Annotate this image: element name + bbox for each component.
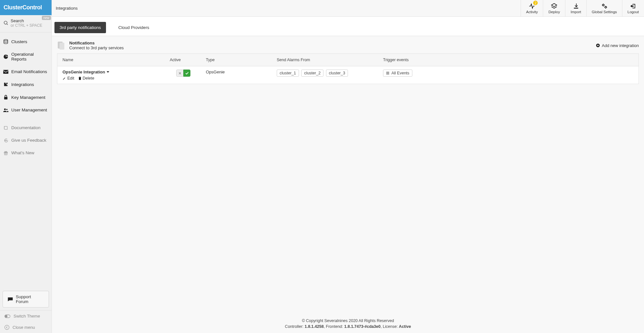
sidebar-item-docs[interactable]: Documentation <box>0 121 52 134</box>
clusters-cell: cluster_1 cluster_2 cluster_3 <box>277 70 383 77</box>
import-label: Import <box>571 10 581 14</box>
controller-label: Controller: <box>285 324 304 329</box>
caret-down-icon <box>107 71 109 73</box>
sidebar-item-users[interactable]: User Management <box>0 104 52 116</box>
sidebar-item-label: Email Notifications <box>11 69 47 74</box>
layers-icon <box>551 3 557 9</box>
logout-button[interactable]: Logout <box>622 0 644 16</box>
svg-rect-23 <box>79 77 81 80</box>
nav-list-secondary: Documentation Give us Feedback What's Ne… <box>0 119 52 162</box>
svg-point-6 <box>6 109 7 110</box>
sidebar-item-label: Give us Feedback <box>11 138 46 143</box>
global-settings-label: Global Settings <box>592 10 617 14</box>
topbar: Integrations 2 Activity Deploy Import Gl… <box>52 0 644 17</box>
svg-marker-16 <box>552 3 557 6</box>
license-status: Active <box>399 324 411 329</box>
svg-point-9 <box>6 140 7 140</box>
import-icon <box>573 3 579 9</box>
lock-icon <box>3 95 8 100</box>
sidebar-item-label: User Management <box>11 108 47 112</box>
search-label: Search <box>11 18 42 23</box>
toggle-off-button[interactable] <box>176 70 183 77</box>
support-forum-button[interactable]: Support Forum <box>3 291 49 308</box>
sidebar: ClusterControl new Search or CTRL + SPAC… <box>0 0 52 333</box>
svg-rect-21 <box>60 43 64 50</box>
col-from: Send Alarms From <box>277 58 383 62</box>
feedback-icon <box>3 138 8 143</box>
svg-rect-25 <box>79 77 80 77</box>
import-button[interactable]: Import <box>565 0 586 16</box>
sidebar-item-keys[interactable]: Key Management <box>0 91 52 104</box>
svg-rect-4 <box>4 97 7 100</box>
sidebar-item-reports[interactable]: Operational Reports <box>0 48 52 65</box>
content: Notifications Connect to 3rd party servi… <box>52 36 644 333</box>
tabs: 3rd party notifications Cloud Providers <box>52 17 644 36</box>
search-icon <box>3 18 8 25</box>
page-subtitle: Connect to 3rd party services <box>69 45 124 50</box>
sidebar-item-label: What's New <box>11 150 34 155</box>
nav-list: Clusters Operational Reports Email Notif… <box>0 33 52 119</box>
active-toggle[interactable] <box>176 70 190 77</box>
support-forum-label: Support Forum <box>16 294 44 304</box>
delete-button[interactable]: Delete <box>78 76 94 81</box>
deploy-button[interactable]: Deploy <box>543 0 565 16</box>
table-header: Name Active Type Send Alarms From Trigge… <box>57 54 639 66</box>
puzzle-icon <box>3 82 8 87</box>
trigger-events-button[interactable]: All Events <box>383 70 412 77</box>
frontend-version: 1.8.1.7473-#cda3e0 <box>344 324 381 329</box>
x-icon <box>178 72 181 75</box>
svg-point-8 <box>5 140 6 140</box>
search-section[interactable]: new Search or CTRL + SPACE <box>0 15 52 33</box>
brand-logo: ClusterControl <box>0 0 52 15</box>
col-active: Active <box>170 58 206 62</box>
plus-circle-icon <box>596 43 600 47</box>
table-row: OpsGenie Integration Edit Delete <box>57 66 639 84</box>
check-icon <box>185 72 189 75</box>
svg-point-15 <box>5 325 9 330</box>
users-icon <box>3 108 8 112</box>
toggle-on-button[interactable] <box>183 70 190 77</box>
col-name: Name <box>62 58 170 62</box>
svg-rect-17 <box>574 8 578 9</box>
breadcrumb: Integrations <box>52 0 82 16</box>
svg-line-1 <box>7 24 8 25</box>
tab-cloud-providers[interactable]: Cloud Providers <box>113 22 154 33</box>
sidebar-item-label: Key Management <box>11 95 45 100</box>
integration-name: OpsGenie Integration <box>62 70 105 74</box>
search-hint: or CTRL + SPACE <box>11 23 42 28</box>
cluster-chip: cluster_3 <box>326 70 348 77</box>
sidebar-item-feedback[interactable]: Give us Feedback <box>0 134 52 147</box>
svg-rect-3 <box>3 70 8 74</box>
edit-button[interactable]: Edit <box>62 76 74 81</box>
sidebar-item-email[interactable]: Email Notifications <box>0 65 52 78</box>
tab-3rd-party[interactable]: 3rd party notifications <box>54 22 106 33</box>
sidebar-item-clusters[interactable]: Clusters <box>0 35 52 48</box>
global-settings-button[interactable]: Global Settings <box>586 0 622 16</box>
notifications-icon <box>57 41 67 50</box>
integration-name-dropdown[interactable]: OpsGenie Integration <box>62 70 109 74</box>
activity-badge: 2 <box>533 1 538 5</box>
sidebar-item-label: Clusters <box>11 39 27 44</box>
chat-icon <box>7 297 13 302</box>
svg-rect-24 <box>79 77 81 77</box>
pencil-icon <box>62 77 66 80</box>
book-icon <box>3 126 8 130</box>
sidebar-item-whatsnew[interactable]: What's New <box>0 147 52 159</box>
trash-icon <box>78 77 82 80</box>
switch-theme-button[interactable]: Switch Theme <box>0 310 52 322</box>
integrations-table: Name Active Type Send Alarms From Trigge… <box>57 53 639 84</box>
switch-theme-label: Switch Theme <box>14 314 40 319</box>
col-type: Type <box>206 58 277 62</box>
close-menu-button[interactable]: Close menu <box>0 322 52 333</box>
activity-button[interactable]: 2 Activity <box>521 0 543 16</box>
sidebar-item-integrations[interactable]: Integrations <box>0 78 52 91</box>
add-integration-label: Add new integration <box>602 43 639 48</box>
sidebar-item-label: Operational Reports <box>11 52 48 62</box>
svg-point-7 <box>5 140 5 140</box>
add-integration-button[interactable]: Add new integration <box>596 43 639 48</box>
copyright: © Copyright Severalnines 2020 All Rights… <box>54 318 641 324</box>
license-label: , License: <box>380 324 399 329</box>
svg-point-0 <box>4 21 7 24</box>
logout-icon <box>630 3 637 9</box>
integration-type: OpsGenie <box>206 70 277 74</box>
